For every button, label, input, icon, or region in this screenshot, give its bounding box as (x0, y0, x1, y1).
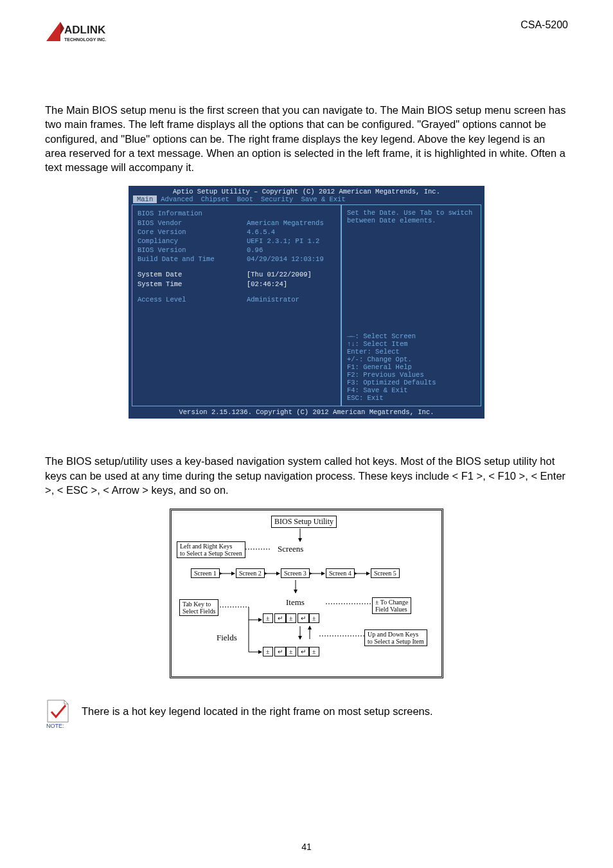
bios-row-value: UEFI 2.3.1; PI 1.2 (247, 237, 335, 246)
screen-box: Screen 3 (281, 568, 310, 578)
bios-row-value: American Megatrends (247, 219, 335, 228)
bios-help-text: Set the Date. Use Tab to switch between … (347, 209, 475, 224)
intro-paragraph: The Main BIOS setup menu is the first sc… (45, 103, 568, 174)
bios-row-value: 04/29/2014 12:03:19 (247, 255, 335, 264)
svg-text:ADLINK: ADLINK (64, 24, 106, 36)
system-time-value[interactable]: [02:46:24] (247, 280, 335, 289)
fields-label: Fields (217, 633, 237, 643)
bios-title: Aptio Setup Utility – Copyright (C) 2012… (129, 186, 484, 195)
bios-row-value: 0.96 (247, 246, 335, 255)
bios-row-value: 4.6.5.4 (247, 228, 335, 237)
screen-box: Screen 2 (236, 568, 265, 578)
bios-screenshot: Aptio Setup Utility – Copyright (C) 2012… (129, 186, 484, 419)
system-time-label[interactable]: System Time (138, 280, 247, 289)
bios-right-pane: Set the Date. Use Tab to switch between … (341, 204, 481, 406)
legend-line: Enter: Select (347, 348, 475, 356)
svg-text:TECHNOLOGY INC.: TECHNOLOGY INC. (64, 37, 106, 42)
product-code: CSA-5200 (520, 19, 568, 31)
system-date-label[interactable]: System Date (138, 270, 247, 279)
legend-line: +/-: Change Opt. (347, 356, 475, 363)
diagram-title-box: BIOS Setup Utility (271, 516, 337, 528)
field-cell: ↵ (298, 647, 309, 656)
screens-label: Screens (278, 544, 303, 554)
tab-key-box: Tab Key to Select Fields (179, 599, 218, 616)
bios-tab-advanced[interactable]: Advanced (157, 195, 197, 203)
svg-marker-0 (46, 22, 60, 41)
field-cell: ± (263, 647, 273, 656)
legend-line: →←: Select Screen (347, 332, 475, 340)
field-cell: ± (286, 647, 296, 656)
bios-tab-main[interactable]: Main (133, 195, 157, 203)
system-date-value[interactable]: [Thu 01/22/2009] (247, 270, 335, 279)
legend-line: F3: Optimized Defaults (347, 379, 475, 386)
bios-tab-security[interactable]: Security (257, 195, 297, 203)
legend-line: F4: Save & Exit (347, 386, 475, 394)
note-text: There is a hot key legend located in the… (82, 705, 433, 718)
bios-row-label: Build Date and Time (138, 255, 247, 264)
navigation-diagram: BIOS Setup Utility Left and Right Keys t… (170, 509, 443, 678)
change-values-box: ± To Change Field Values (372, 597, 411, 614)
field-cell: ↵ (274, 613, 286, 623)
field-cell: ± (286, 613, 296, 623)
items-label: Items (286, 597, 305, 608)
legend-line: ESC: Exit (347, 394, 475, 402)
screen-box: Screen 1 (191, 568, 220, 578)
screen-box: Screen 5 (371, 568, 400, 578)
field-cell: ± (309, 613, 319, 623)
bios-tab-boot[interactable]: Boot (233, 195, 257, 203)
hotkeys-paragraph: The BIOS setup/utility uses a key-based … (45, 454, 568, 497)
adlink-logo: ADLINK TECHNOLOGY INC. (45, 19, 122, 45)
bios-tab-chipset[interactable]: Chipset (197, 195, 233, 203)
bios-row-label: BIOS Version (138, 246, 247, 255)
bios-row-label: Compliancy (138, 237, 247, 246)
lr-keys-box: Left and Right Keys to Select a Setup Sc… (177, 541, 245, 558)
legend-line: ↑↓: Select Item (347, 340, 475, 348)
legend-line: F2: Previous Values (347, 371, 475, 379)
bios-row-label: Core Version (138, 228, 247, 237)
screen-box: Screen 4 (326, 568, 355, 578)
access-level-label: Access Level (138, 295, 247, 304)
bios-tab-row: MainAdvancedChipsetBootSecuritySave & Ex… (129, 195, 484, 204)
bios-left-pane: BIOS Information BIOS VendorAmerican Meg… (132, 204, 341, 406)
field-cell: ↵ (274, 647, 286, 656)
updown-keys-box: Up and Down Keys to Select a Setup Item (364, 629, 427, 646)
field-cell: ± (309, 647, 319, 656)
bios-key-legend: →←: Select Screen ↑↓: Select Item Enter:… (347, 332, 475, 402)
bios-tab-saveexit[interactable]: Save & Exit (297, 195, 349, 203)
field-cell: ↵ (298, 613, 309, 623)
access-level-value: Administrator (247, 295, 335, 304)
legend-line: F1: General Help (347, 363, 475, 371)
page-number: 41 (0, 842, 613, 852)
svg-text:NOTE:: NOTE: (46, 723, 64, 728)
bios-footer: Version 2.15.1236. Copyright (C) 2012 Am… (129, 406, 484, 418)
note-icon: NOTE: (45, 698, 72, 725)
bios-row-label: BIOS Vendor (138, 219, 247, 228)
field-cell: ± (263, 613, 273, 623)
bios-info-heading: BIOS Information (138, 209, 335, 218)
